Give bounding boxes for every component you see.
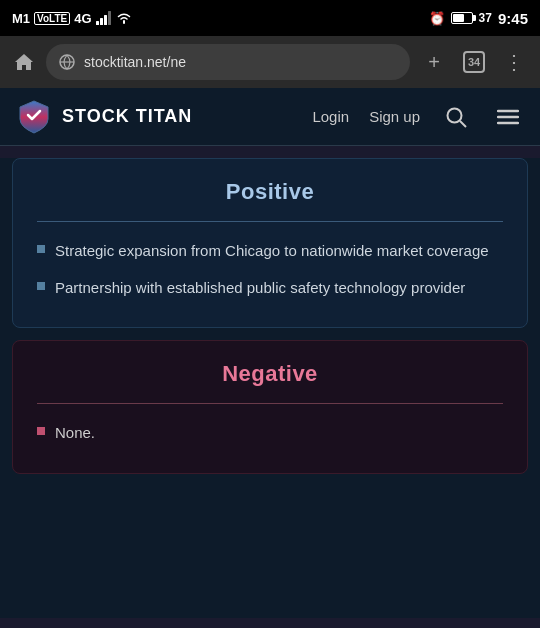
logo-text: STOCK TITAN	[62, 106, 192, 127]
battery-indicator	[451, 12, 473, 24]
time-label: 9:45	[498, 10, 528, 27]
wifi-icon	[116, 12, 132, 24]
svg-rect-2	[104, 15, 107, 25]
main-content: Positive Strategic expansion from Chicag…	[0, 158, 540, 618]
status-right: ⏰ 37 9:45	[429, 10, 528, 27]
alarm-icon: ⏰	[429, 11, 445, 26]
battery-level: 37	[479, 11, 492, 25]
negative-bullet-text-1: None.	[55, 422, 95, 445]
bullet-icon-1	[37, 245, 45, 253]
browser-chrome: stocktitan.net/ne + 34 ⋮	[0, 36, 540, 88]
status-bar: M1 VoLTE 4G ⏰ 37 9:45	[0, 0, 540, 36]
positive-bullet-text-2: Partnership with established public safe…	[55, 277, 465, 300]
carrier-label: M1	[12, 11, 30, 26]
tab-count-button[interactable]: 34	[458, 46, 490, 78]
bullet-icon-2	[37, 282, 45, 290]
svg-point-6	[448, 108, 462, 122]
svg-rect-0	[96, 21, 99, 25]
volte-label: VoLTE	[34, 12, 70, 25]
more-button[interactable]: ⋮	[498, 46, 530, 78]
positive-bullet-1: Strategic expansion from Chicago to nati…	[37, 240, 503, 263]
negative-bullet-1: None.	[37, 422, 503, 445]
negative-bullets: None.	[37, 422, 503, 445]
logo-shield-icon	[16, 99, 52, 135]
negative-bullet-icon-1	[37, 427, 45, 435]
negative-card: Negative None.	[12, 340, 528, 474]
logo[interactable]: STOCK TITAN	[16, 99, 192, 135]
url-bar[interactable]: stocktitan.net/ne	[46, 44, 410, 80]
url-text: stocktitan.net/ne	[84, 54, 398, 70]
network-type: 4G	[74, 11, 91, 26]
negative-divider	[37, 403, 503, 404]
signal-icon	[96, 11, 112, 25]
svg-rect-3	[108, 11, 111, 25]
new-tab-button[interactable]: +	[418, 46, 450, 78]
negative-title: Negative	[37, 361, 503, 387]
positive-card: Positive Strategic expansion from Chicag…	[12, 158, 528, 328]
positive-bullet-text-1: Strategic expansion from Chicago to nati…	[55, 240, 489, 263]
signup-link[interactable]: Sign up	[369, 108, 420, 125]
status-left: M1 VoLTE 4G	[12, 11, 132, 26]
nav-bar: STOCK TITAN Login Sign up	[0, 88, 540, 146]
svg-line-7	[460, 121, 466, 127]
positive-divider	[37, 221, 503, 222]
search-button[interactable]	[440, 101, 472, 133]
url-shield-icon	[58, 53, 76, 71]
home-button[interactable]	[10, 48, 38, 76]
positive-bullets: Strategic expansion from Chicago to nati…	[37, 240, 503, 299]
positive-title: Positive	[37, 179, 503, 205]
login-link[interactable]: Login	[312, 108, 349, 125]
nav-links: Login Sign up	[312, 101, 524, 133]
tab-count-label: 34	[463, 51, 485, 73]
svg-rect-1	[100, 18, 103, 25]
menu-button[interactable]	[492, 101, 524, 133]
positive-bullet-2: Partnership with established public safe…	[37, 277, 503, 300]
